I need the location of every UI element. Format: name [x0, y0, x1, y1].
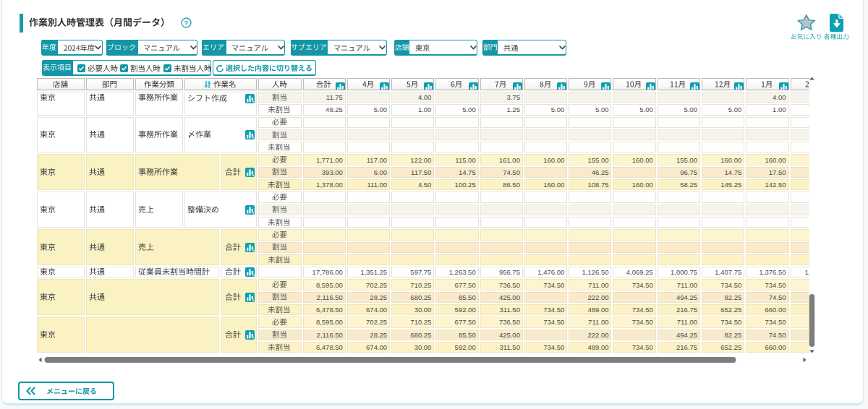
svg-text:?: ? [184, 19, 189, 27]
